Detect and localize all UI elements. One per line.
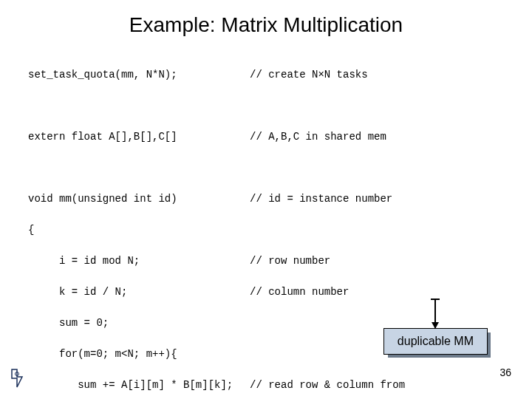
logo-icon — [10, 368, 24, 389]
code-line: extern float A[],B[],C[] — [28, 129, 250, 145]
code-line: for(m=0; m<N; m++){ — [28, 347, 250, 362]
code-comment: // A,B,C in shared mem — [250, 129, 517, 145]
code-line: set_task_quota(mm, N*N); — [28, 67, 250, 83]
annotation-label: duplicable MM — [398, 335, 474, 347]
code-comment: // create N×N tasks — [250, 67, 517, 83]
code-comment: // read row & column from — [250, 378, 517, 393]
slide-title: Example: Matrix Multiplication — [0, 0, 532, 52]
code-comment: // row number — [250, 253, 517, 269]
code-line: i = id mod N; — [28, 253, 250, 269]
page-number: 36 — [499, 366, 511, 378]
code-line: sum = 0; — [28, 316, 250, 331]
annotation-box: duplicable MM — [383, 328, 488, 355]
code-line: void mm(unsigned int id) — [28, 191, 250, 207]
arrow-icon — [434, 300, 436, 328]
code-line: k = id / N; — [28, 284, 250, 300]
code-line: { — [28, 222, 250, 238]
code-line: sum += A[i][m] * B[m][k]; — [28, 378, 250, 393]
code-comment: // id = instance number — [250, 191, 517, 207]
code-comment: // column number — [250, 284, 517, 300]
annotation-callout: duplicable MM — [383, 300, 488, 355]
